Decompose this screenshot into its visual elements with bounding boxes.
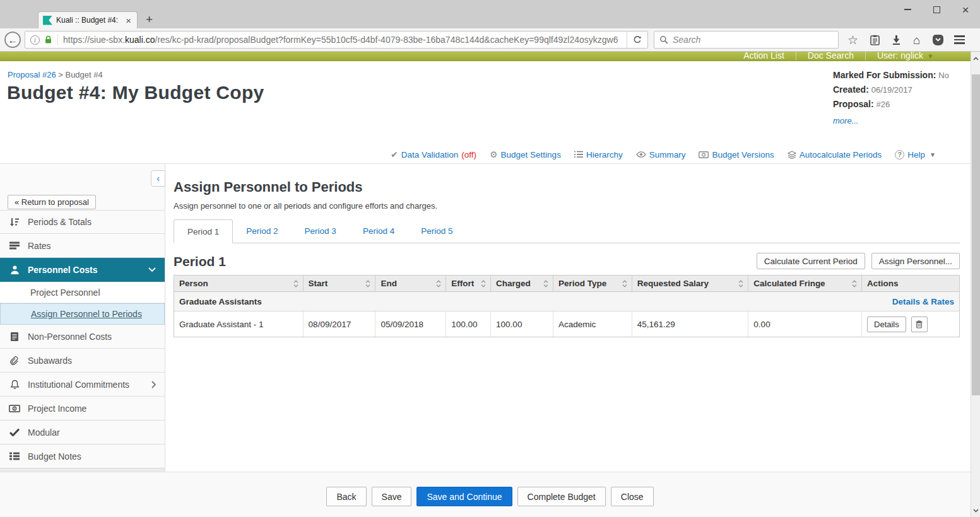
budget-toolbar: ✔ Data Validation (off) ⚙ Budget Setting… xyxy=(0,146,971,163)
paperclip-icon xyxy=(9,356,20,366)
more-link[interactable]: more... xyxy=(833,116,858,125)
maximize-button[interactable] xyxy=(922,0,951,19)
chevron-down-icon xyxy=(148,267,156,272)
validation-off-badge: (off) xyxy=(461,150,476,160)
summary-button[interactable]: Summary xyxy=(636,150,686,160)
reload-button[interactable] xyxy=(627,32,647,48)
col-header-start[interactable]: Start xyxy=(304,276,376,291)
col-header-requested-salary[interactable]: Requested Salary xyxy=(632,276,749,291)
tab-period-2[interactable]: Period 2 xyxy=(233,219,291,243)
assign-personnel-button[interactable]: Assign Personnel... xyxy=(871,253,960,269)
save-button[interactable]: Save xyxy=(372,487,412,506)
sidebar-collapse-button[interactable]: ‹ xyxy=(151,170,165,187)
tab-period-4[interactable]: Period 4 xyxy=(350,219,408,243)
sidebar-item-non-personnel-costs[interactable]: Non-Personnel Costs xyxy=(0,325,165,349)
meta-proposal: Proposal: #26 xyxy=(833,99,953,109)
scroll-down-icon[interactable] xyxy=(971,506,980,515)
cell-start: 08/09/2017 xyxy=(304,311,376,337)
user-menu[interactable]: User: nglick▼ xyxy=(865,52,945,61)
sort-icon xyxy=(481,280,486,288)
sidebar-item-assign-personnel-to-periods[interactable]: Assign Personnel to Periods xyxy=(0,303,165,325)
personnel-table: Person Start End Effort Charged Period T… xyxy=(174,275,960,337)
money-icon xyxy=(9,405,20,412)
action-list-link[interactable]: Action List xyxy=(732,52,796,61)
col-header-end[interactable]: End xyxy=(375,276,446,291)
col-header-charged[interactable]: Charged xyxy=(491,276,553,291)
search-input[interactable]: Search xyxy=(654,31,839,49)
sidebar-item-institutional-commitments[interactable]: Institutional Commitments xyxy=(0,373,165,397)
data-validation-button[interactable]: ✔ Data Validation (off) xyxy=(391,149,476,160)
col-header-period-type[interactable]: Period Type xyxy=(553,276,632,291)
sidebar-item-subawards[interactable]: Subawards xyxy=(0,349,165,373)
minimize-icon xyxy=(904,9,911,10)
bell-icon xyxy=(9,380,20,390)
sort-icon xyxy=(852,280,857,288)
return-to-proposal-button[interactable]: « Return to proposal xyxy=(8,195,96,209)
page-info-icon[interactable]: i xyxy=(30,35,40,45)
group-label: Graduate Assistants xyxy=(179,297,262,306)
sidebar-item-project-income[interactable]: Project Income xyxy=(0,397,165,421)
back-action-button[interactable]: Back xyxy=(326,487,366,506)
search-icon xyxy=(659,35,668,44)
breadcrumb-proposal-link[interactable]: Proposal #26 xyxy=(8,70,56,79)
url-bar[interactable]: i https://siue-sbx.kuali.co/res/kc-pd-kr… xyxy=(25,31,648,49)
hierarchy-button[interactable]: Hierarchy xyxy=(574,150,623,160)
bookmark-star-icon[interactable]: ☆ xyxy=(847,34,858,46)
back-button[interactable]: ← xyxy=(4,32,21,48)
close-budget-button[interactable]: Close xyxy=(611,487,654,506)
tab-period-3[interactable]: Period 3 xyxy=(292,219,350,243)
table-header-row: Person Start End Effort Charged Period T… xyxy=(174,276,959,292)
cell-requested-salary: 45,161.29 xyxy=(632,311,749,337)
scroll-up-icon[interactable] xyxy=(971,54,980,63)
col-header-calculated-fringe[interactable]: Calculated Fringe xyxy=(748,276,862,291)
col-header-actions: Actions xyxy=(862,276,959,291)
secure-lock-icon[interactable] xyxy=(44,35,52,44)
vertical-scrollbar[interactable] xyxy=(971,52,980,517)
meta-marked-for-submission: Marked For Submission: No xyxy=(833,70,953,80)
sort-icon xyxy=(293,280,298,288)
sidebar-item-rates[interactable]: Rates xyxy=(0,234,165,258)
details-button[interactable]: Details xyxy=(867,317,906,332)
budget-versions-button[interactable]: Budget Versions xyxy=(699,150,774,160)
breadcrumb: Proposal #26 > Budget #4 xyxy=(8,70,103,79)
pocket-icon[interactable] xyxy=(933,35,943,45)
tab-period-1[interactable]: Period 1 xyxy=(174,219,233,243)
hierarchy-list-icon xyxy=(574,151,583,158)
details-and-rates-link[interactable]: Details & Rates xyxy=(892,297,954,306)
doc-search-link[interactable]: Doc Search xyxy=(796,52,865,61)
sidebar-item-personnel-costs[interactable]: Personnel Costs xyxy=(0,258,165,282)
minimize-button[interactable] xyxy=(893,0,922,19)
new-tab-button[interactable]: + xyxy=(146,13,153,26)
sidebar-item-budget-notes[interactable]: Budget Notes xyxy=(0,444,165,468)
col-header-effort[interactable]: Effort xyxy=(446,276,491,291)
calculate-current-period-button[interactable]: Calculate Current Period xyxy=(757,253,865,269)
autocalculate-periods-button[interactable]: Autocalculate Periods xyxy=(788,150,882,160)
kuali-portal-bar: Action List Doc Search User: nglick▼ xyxy=(0,52,980,61)
home-icon[interactable]: ⌂ xyxy=(913,34,920,46)
url-text: https://siue-sbx.kuali.co/res/kc-pd-krad… xyxy=(63,35,627,45)
menu-hamburger-icon[interactable] xyxy=(954,35,965,44)
close-button[interactable]: × xyxy=(951,0,980,19)
user-caret-icon: ▼ xyxy=(927,52,934,60)
sort-icon xyxy=(365,280,370,288)
complete-budget-button[interactable]: Complete Budget xyxy=(517,487,606,506)
sidebar-item-periods-totals[interactable]: Periods & Totals xyxy=(0,210,165,234)
sidebar-item-project-personnel[interactable]: Project Personnel xyxy=(0,282,165,303)
save-and-continue-button[interactable]: Save and Continue xyxy=(416,487,512,506)
budget-settings-button[interactable]: ⚙ Budget Settings xyxy=(490,149,561,160)
tab-period-5[interactable]: Period 5 xyxy=(408,219,466,243)
layers-icon xyxy=(788,151,796,159)
help-menu-button[interactable]: ? Help ▼ xyxy=(895,150,936,160)
tab-close-icon[interactable]: × xyxy=(124,15,133,26)
downloads-icon[interactable] xyxy=(892,35,901,45)
browser-tab[interactable]: Kuali :: Budget #4: My Budg × xyxy=(38,11,138,28)
sidebar-item-modular[interactable]: Modular xyxy=(0,421,165,444)
scrollbar-thumb[interactable] xyxy=(972,74,980,395)
sort-icon xyxy=(738,280,743,288)
delete-row-button[interactable] xyxy=(911,317,928,332)
page-title: Budget #4: My Budget Copy xyxy=(7,82,264,103)
col-header-person[interactable]: Person xyxy=(174,276,304,291)
kuali-favicon-icon xyxy=(43,16,52,25)
table-row: Graduate Assistant - 1 08/09/2017 05/09/… xyxy=(174,311,959,337)
reading-list-icon[interactable] xyxy=(870,35,880,45)
